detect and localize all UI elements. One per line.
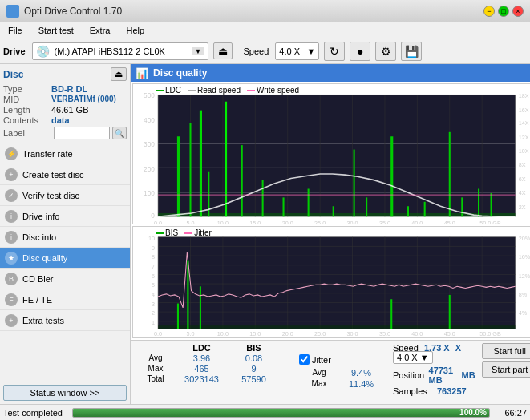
disc-eject-button[interactable]: ⏏ [111, 67, 127, 81]
sidebar-item-drive-info[interactable]: i Drive info [0, 206, 130, 227]
speed-select[interactable]: 4.0 X ▼ [393, 351, 433, 364]
disc-info-icon: i [5, 231, 18, 244]
menu-file[interactable]: File [3, 25, 27, 36]
sidebar-item-cd-bler[interactable]: B CD Bler [0, 269, 130, 289]
svg-text:25.0: 25.0 [314, 220, 326, 224]
legend-bis-label: BIS [165, 228, 178, 237]
svg-rect-62 [461, 197, 463, 216]
svg-text:25.0: 25.0 [314, 330, 326, 337]
close-button[interactable]: × [512, 6, 524, 17]
speed-selector[interactable]: 4.0 X ▼ [275, 42, 319, 60]
svg-rect-64 [491, 193, 492, 216]
progress-bar: 100.0% [72, 408, 490, 418]
app-icon [6, 5, 19, 18]
sidebar-item-extra-tests[interactable]: + Extra tests [0, 310, 130, 331]
start-full-button[interactable]: Start full [482, 343, 530, 359]
svg-text:4: 4 [152, 291, 155, 298]
top-chart-legend: LDC Read speed Write speed [156, 86, 299, 95]
drive-dropdown-button[interactable]: ▼ [192, 47, 204, 55]
svg-text:10.0: 10.0 [217, 330, 229, 337]
svg-text:20.0: 20.0 [282, 330, 293, 337]
sidebar-item-disc-quality[interactable]: ★ Disc quality [0, 248, 130, 269]
svg-rect-55 [333, 206, 334, 216]
svg-rect-46 [177, 136, 180, 216]
stats-total-label: Total [136, 374, 176, 384]
fe-te-label: FE / TE [22, 295, 52, 305]
svg-text:20.0: 20.0 [282, 220, 293, 224]
start-part-button[interactable]: Start part [482, 361, 530, 378]
svg-text:35.0: 35.0 [379, 330, 390, 337]
drive-info-label: Drive info [22, 212, 59, 221]
disc-mid-row: MID VERBATIMf (000) [3, 95, 127, 104]
sidebar-item-disc-info[interactable]: i Disc info [0, 227, 130, 248]
stats-avg-ldc: 3.96 [176, 353, 228, 363]
legend-bis: BIS [156, 228, 178, 237]
maximize-button[interactable]: □ [498, 6, 509, 17]
svg-text:12X: 12X [519, 133, 529, 140]
refresh-button[interactable]: ↻ [324, 42, 345, 61]
legend-write-speed: Write speed [247, 86, 299, 95]
svg-text:20%: 20% [519, 235, 530, 242]
jitter-label: Jitter [312, 355, 331, 365]
stats-panel: LDC BIS Avg 3.96 0.08 Max 465 9 [131, 340, 530, 404]
menu-bar: File Start test Extra Help [0, 22, 530, 38]
jitter-max-val: 11.4% [339, 379, 383, 389]
svg-rect-60 [424, 202, 426, 216]
disc-quality-label: Disc quality [22, 253, 67, 263]
title-bar-left: Opti Drive Control 1.70 [6, 5, 122, 18]
tools-button[interactable]: ⚙ [375, 42, 396, 61]
disc-type-value: BD-R DL [51, 84, 87, 94]
action-buttons: Start full Start part [482, 343, 530, 378]
sidebar-item-create-test-disc[interactable]: + Create test disc [0, 164, 130, 185]
svg-rect-65 [158, 237, 516, 329]
sidebar: Disc ⏏ Type BD-R DL MID VERBATIMf (000) … [0, 64, 131, 404]
status-window-button[interactable]: Status window >> [3, 385, 127, 401]
menu-start-test[interactable]: Start test [34, 25, 79, 36]
jitter-max-label: Max [299, 379, 339, 389]
progress-bar-fill: 100.0% [73, 409, 489, 417]
minimize-button[interactable]: − [483, 6, 495, 17]
drive-info-icon: i [5, 210, 18, 223]
sidebar-item-transfer-rate[interactable]: ⚡ Transfer rate [0, 143, 130, 164]
svg-rect-120 [449, 295, 451, 329]
stats-total-bis: 57590 [228, 374, 280, 384]
save-button[interactable]: 💾 [401, 42, 422, 61]
jitter-checkbox[interactable] [299, 354, 310, 365]
stats-table: LDC BIS Avg 3.96 0.08 Max 465 9 [136, 343, 293, 384]
sidebar-item-verify-test-disc[interactable]: ✓ Verify test disc [0, 185, 130, 206]
legend-ldc: LDC [156, 86, 181, 95]
jitter-row: Jitter [299, 354, 383, 365]
jitter-avg-label: Avg [299, 368, 339, 378]
speed-info: Speed 1.73 X X 4.0 X ▼ Position 47731 MB… [393, 343, 475, 398]
disc-length-value: 46.61 GB [51, 105, 88, 115]
extra-tests-label: Extra tests [22, 316, 64, 325]
stats-avg-label: Avg [136, 353, 176, 363]
disc-title: Disc [3, 69, 23, 80]
status-text: Test completed [3, 408, 67, 418]
svg-rect-116 [177, 304, 179, 329]
stats-header: LDC BIS [136, 343, 293, 353]
disc-label-input[interactable] [54, 127, 110, 139]
svg-text:4%: 4% [519, 309, 528, 317]
chart-header: 📊 Disc quality [131, 64, 530, 82]
transfer-rate-icon: ⚡ [5, 147, 18, 160]
legend-read-speed-label: Read speed [197, 86, 241, 95]
menu-extra[interactable]: Extra [85, 25, 115, 36]
menu-help[interactable]: Help [121, 25, 149, 36]
svg-text:5: 5 [152, 281, 155, 289]
disc-quality-icon: ★ [5, 252, 18, 265]
stats-col-bis: BIS [228, 343, 280, 353]
svg-text:5.0: 5.0 [186, 220, 194, 224]
sidebar-item-fe-te[interactable]: F FE / TE [0, 289, 130, 310]
svg-text:9: 9 [152, 244, 155, 252]
drive-selector[interactable]: 💿 (M:) ATAPI iHBS112 2 CL0K ▼ [32, 42, 208, 60]
svg-text:6X: 6X [519, 176, 526, 183]
eject-button[interactable]: ⏏ [213, 42, 233, 59]
speed-value: 4.0 X [279, 46, 300, 56]
stats-avg-bis: 0.08 [228, 353, 280, 363]
disc-length-row: Length 46.61 GB [3, 105, 127, 115]
label-search-button[interactable]: 🔍 [112, 127, 127, 139]
cd-bler-icon: B [5, 273, 18, 285]
svg-text:45.0: 45.0 [444, 330, 455, 337]
burn-button[interactable]: ● [350, 42, 370, 61]
